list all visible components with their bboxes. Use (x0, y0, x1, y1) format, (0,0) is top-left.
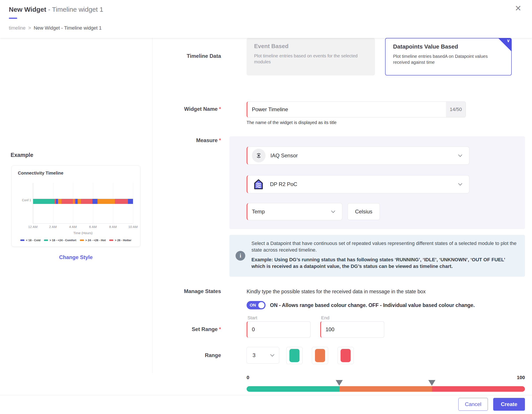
chart-title: Connectivity Timeline (18, 171, 63, 176)
datapoint-value: Temp (247, 209, 265, 215)
timeline-segment (115, 199, 128, 204)
x-tick-label: 8 AM (109, 225, 117, 229)
timeline-segment (73, 199, 75, 204)
option-card-description: Plot timeline entries based on events fo… (254, 53, 360, 65)
info-text-line1: Select a Datapoint that have continuous … (251, 240, 519, 253)
legend-item: > 24 - <26 - Hot (80, 239, 106, 242)
timeline-segment (92, 199, 97, 204)
legend-swatch-icon (109, 240, 113, 241)
legend-item: > 18 - <24 - Comfort (44, 239, 76, 242)
timeline-segment (76, 199, 77, 204)
legend-swatch-icon (80, 240, 84, 241)
slider-marker-handle[interactable] (428, 380, 435, 386)
range-slider-bar[interactable] (247, 386, 525, 392)
range-count-dropdown[interactable]: 3 (247, 347, 279, 364)
module-dropdown[interactable]: DP R2 PoC (247, 175, 469, 193)
breadcrumb-root[interactable]: timeline (9, 25, 26, 31)
timeline-segment (128, 199, 133, 204)
timeline-data-label: Timeline Data (154, 53, 221, 59)
option-card-datapoints-value-based[interactable]: Datapoints Value Based Plot timeline ent… (385, 38, 512, 76)
color-swatch-green (289, 349, 300, 362)
create-button[interactable]: Create (493, 398, 525, 411)
legend-swatch-icon (20, 240, 25, 241)
required-asterisk: * (219, 106, 221, 112)
example-chart-card: Connectivity Timeline Conf 1 12 AM2 AM4 … (11, 165, 140, 247)
required-asterisk: * (219, 326, 221, 332)
x-tick-label: 2 AM (49, 225, 57, 229)
range-color-swatch-3[interactable] (337, 347, 354, 364)
x-tick-label: 6 AM (89, 225, 97, 229)
legend-label: > 26 - Hotter (115, 239, 132, 242)
device-type-value: IAQ Sensor (270, 153, 298, 159)
slider-min-label: 0 (247, 375, 249, 380)
range-color-swatch-1[interactable] (286, 347, 303, 364)
legend-swatch-icon (44, 240, 48, 241)
chevron-down-icon (458, 181, 462, 185)
set-range-label: Set Range* (154, 326, 221, 332)
info-icon: i (236, 251, 245, 261)
breadcrumb-separator: > (28, 25, 31, 31)
timeline-bar (33, 199, 133, 204)
timeline-segment (62, 199, 73, 204)
datapoint-dropdown[interactable]: Temp (247, 203, 342, 220)
device-type-dropdown[interactable]: IAQ Sensor (247, 146, 469, 165)
x-tick-label: 10 AM (128, 225, 138, 229)
sensor-icon (252, 149, 266, 163)
range-start-input[interactable] (247, 321, 311, 338)
selected-check-icon: ∨ (507, 38, 510, 43)
timeline-segment (78, 199, 81, 204)
slider-segment-green (247, 386, 340, 392)
chevron-down-icon (458, 153, 462, 157)
chevron-down-icon (270, 352, 274, 356)
slider-max-label: 100 (505, 375, 525, 380)
info-text-line2: Example: Using DG’s running status that … (251, 256, 519, 270)
slider-segment-orange (340, 386, 432, 392)
manage-states-label: Manage States (154, 288, 221, 294)
gridline (133, 183, 133, 223)
manage-states-toggle[interactable]: ON (247, 301, 266, 309)
chart-ticks: 12 AM2 AM4 AM6 AM8 AM10 AM (33, 225, 133, 229)
timeline-segment (97, 199, 115, 204)
range-color-swatch-2[interactable] (312, 347, 328, 364)
timeline-segment (81, 199, 92, 204)
start-label: Start (247, 315, 257, 320)
title-accent-underline (9, 18, 17, 19)
chart-row-label: Conf 1 (13, 198, 31, 202)
x-tick-label: 12 AM (28, 225, 38, 229)
example-heading: Example (10, 152, 33, 158)
info-box: i Select a Datapoint that have continuou… (229, 235, 525, 277)
option-card-title: Datapoints Value Based (393, 43, 458, 50)
chart-legend: < 18 - Cold> 18 - <24 - Comfort> 24 - <2… (12, 239, 140, 242)
chart-xaxis-label: Time (Hours) (33, 231, 133, 235)
end-label: End (321, 315, 329, 320)
chart-plot-area (33, 183, 133, 223)
range-end-input[interactable] (320, 321, 384, 338)
legend-label: < 18 - Cold (26, 239, 40, 242)
vertical-divider (152, 38, 152, 373)
page-title-secondary: - Timeline widget 1 (46, 6, 103, 13)
option-card-event-based[interactable]: Event Based Plot timeline entries based … (247, 38, 375, 76)
range-count-value: 3 (247, 352, 256, 358)
widget-name-helper: The name of the widget is displayed as i… (247, 120, 337, 125)
cancel-button[interactable]: Cancel (458, 398, 488, 411)
slider-markers (247, 380, 525, 386)
slider-marker-handle[interactable] (336, 380, 343, 386)
legend-item: > 26 - Hotter (109, 239, 132, 242)
unit-box: Celsius (348, 203, 380, 220)
page-title-primary: New Widget (9, 6, 46, 13)
change-style-link[interactable]: Change Style (11, 254, 140, 260)
close-icon[interactable]: ✕ (515, 4, 522, 12)
measure-label: Measure* (154, 137, 221, 144)
legend-label: > 24 - <26 - Hot (85, 239, 106, 242)
x-tick-label: 4 AM (69, 225, 77, 229)
widget-name-label: Widget Name* (154, 106, 221, 112)
widget-name-input[interactable] (247, 102, 466, 117)
breadcrumb: timeline > New Widget - Timeline widget … (9, 25, 102, 31)
new-widget-dialog: New Widget - Timeline widget 1 timeline … (0, 0, 532, 414)
toggle-description: ON - Allows range based colour change. O… (270, 302, 475, 308)
dialog-header: New Widget - Timeline widget 1 timeline … (0, 0, 532, 38)
chevron-down-icon (331, 209, 335, 213)
dialog-footer: Cancel Create (0, 395, 532, 414)
page-title: New Widget - Timeline widget 1 (9, 6, 103, 13)
option-card-description: Plot timeline entries basedA on Datapoin… (393, 53, 499, 65)
